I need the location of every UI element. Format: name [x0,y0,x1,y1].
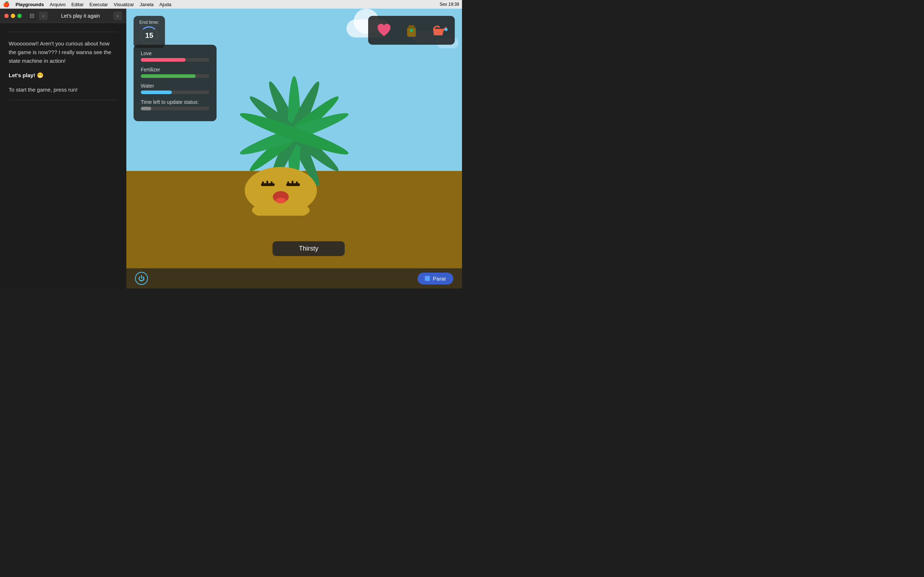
svg-point-22 [445,28,447,31]
stat-water-label: Water [141,83,209,89]
title-bar: ⊟ ‹ Let's play it again › [0,9,126,23]
stop-icon [425,276,430,281]
stat-time: Time left to update status: [141,99,209,110]
menu-ajuda[interactable]: Ajuda [160,2,171,7]
watering-can-icon [430,22,447,39]
stop-button[interactable]: Parar [418,272,453,285]
editor-paragraph2: Let's play! 😁 [9,71,118,80]
svg-rect-16 [296,181,298,184]
status-label: Thirsty [273,241,345,256]
forward-button[interactable]: › [113,11,122,20]
stat-fertilizer: Fertilizer [141,67,209,78]
stat-time-bar-fill [141,107,151,110]
heart-icon [375,22,393,39]
watering-can-tool[interactable] [428,19,450,41]
close-button[interactable] [4,14,9,18]
svg-point-18 [276,198,286,203]
menu-executar[interactable]: Executar [89,2,108,7]
sidebar-toggle[interactable]: ⊟ [27,11,36,20]
traffic-lights [4,14,22,18]
character-svg [241,143,320,216]
stat-love-bar-bg [141,58,209,62]
top-divider [9,32,118,32]
menu-playgrounds[interactable]: Playgrounds [16,2,44,7]
menu-arquivo[interactable]: Arquivo [50,2,66,7]
minimize-button[interactable] [11,14,15,18]
fertilizer-icon [403,22,420,39]
menu-editar[interactable]: Editar [71,2,84,7]
end-time-value: 15 [145,31,153,40]
menubar: 🍎 Playgrounds Arquivo Editar Executar Vi… [0,0,462,9]
menubar-time: Sex 19:39 [439,2,459,7]
stat-love: Love [141,50,209,62]
stat-love-label: Love [141,50,209,56]
left-panel: ⊟ ‹ Let's play it again › Woooooow!! Are… [0,9,126,288]
stat-water: Water [141,83,209,94]
game-panel: End time: 15 [126,9,462,288]
run-button[interactable]: ⏻ [135,272,148,285]
menubar-right: Sex 19:39 [439,2,459,7]
heart-tool[interactable] [373,19,395,41]
apple-menu[interactable]: 🍎 [3,1,10,8]
svg-rect-14 [287,181,289,184]
stat-fertilizer-bar-bg [141,74,209,78]
stat-time-bar-bg [141,107,209,110]
back-button[interactable]: ‹ [39,11,48,20]
bottom-divider [9,100,118,100]
stat-love-bar-fill [141,58,186,62]
maximize-button[interactable] [17,14,22,18]
document-title: Let's play it again [50,13,110,19]
stat-fertilizer-bar-fill [141,74,195,78]
fertilizer-tool[interactable] [401,19,422,41]
editor-paragraph1: Woooooow!! Aren't you curious about how … [9,39,118,65]
svg-rect-11 [262,181,264,184]
editor-paragraph3: To start the game, press run! [9,85,118,94]
stat-water-bar-bg [141,90,209,94]
end-time-label: End time: [139,19,159,25]
menu-visualizar[interactable]: Visualizar [114,2,134,7]
stat-water-bar-fill [141,90,172,94]
svg-rect-15 [292,181,294,184]
bottom-bar: ⏻ Parar [126,268,462,288]
tools-panel [368,16,455,45]
stat-time-label: Time left to update status: [141,99,209,105]
end-time-circle: 15 [140,26,158,44]
menu-janela[interactable]: Janela [140,2,153,7]
stats-panel: Love Fertilizer Water Time left to updat… [134,45,216,121]
svg-rect-13 [271,181,273,184]
end-time-widget: End time: 15 [134,16,165,48]
svg-rect-12 [267,181,268,184]
stop-button-label: Parar [433,276,446,282]
editor-content: Woooooow!! Aren't you curious about how … [0,23,126,288]
stat-fertilizer-label: Fertilizer [141,67,209,73]
main-layout: ⊟ ‹ Let's play it again › Woooooow!! Are… [0,9,462,288]
